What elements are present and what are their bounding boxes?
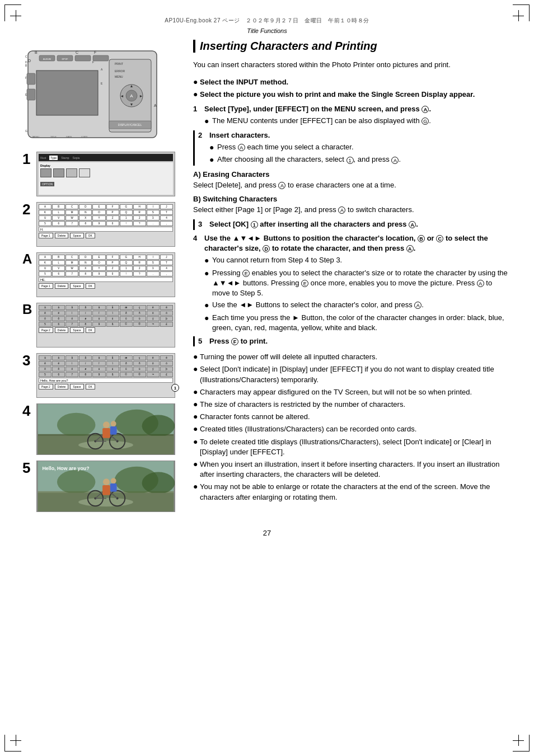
sub-dot-4b: ● <box>204 268 212 279</box>
step-4-content: Use the ▲▼◄► Buttons to position the cha… <box>204 233 512 334</box>
svg-text:►: ► <box>139 94 143 98</box>
step-1-sub1: ● The MENU contents under [EFFECT] can b… <box>204 116 512 127</box>
svg-rect-79 <box>110 483 117 492</box>
step-1-label: 1 <box>193 104 204 127</box>
step-4-sub4: ● Each time you press the ► Button, the … <box>204 313 512 333</box>
step-5-number: 5 <box>22 461 34 475</box>
step-1-image: Illust Type Stamp Sepia Display <box>36 152 175 196</box>
btext7: To delete created title displays (Illust… <box>200 437 512 457</box>
sub-dot-1: ● <box>209 142 217 153</box>
ci-a1: A <box>238 144 245 151</box>
bottom-bullets-section: ● Turning the power off will delete all … <box>193 352 512 502</box>
step-4-image <box>36 403 175 455</box>
erasing-title: A) Erasing Characters <box>193 170 512 179</box>
svg-text:ERROR: ERROR <box>115 69 125 73</box>
svg-text:MENU: MENU <box>115 75 123 78</box>
page-number: 27 <box>22 529 512 537</box>
step-2-text: Insert characters. <box>209 131 270 139</box>
step-2-image: A B C D E F G H I J K L M <box>36 202 175 247</box>
sub-dot-2: ● <box>209 154 217 166</box>
sub-dot-4d: ● <box>204 313 212 324</box>
svg-text:F: F <box>25 76 27 79</box>
btext3: Characters may appear disfigured on the … <box>200 387 472 397</box>
svg-text:D: D <box>28 59 31 63</box>
step-1-text: Select [Type], under [EFFECT] on the MEN… <box>204 105 431 113</box>
svg-text:DISPLAY/CANCEL: DISPLAY/CANCEL <box>118 123 142 126</box>
bdot3: ● <box>193 387 200 397</box>
sub-dot: ● <box>204 116 212 127</box>
sub-text-1: Press A each time you select a character… <box>217 142 354 152</box>
ci-D: D <box>263 245 270 252</box>
svg-rect-60 <box>110 426 117 435</box>
bullet-dot: ● <box>193 77 200 87</box>
step-1-content: Select [Type], under [EFFECT] on the MEN… <box>204 104 512 127</box>
cross-br <box>513 735 524 746</box>
bdot6: ● <box>193 424 200 434</box>
sub-dot-4c: ● <box>204 300 212 311</box>
step-4-photo <box>37 404 175 454</box>
device-diagram: ALBUM DPOF PRINT ERROR MENU A ▲ ▼ ◄ ► <box>22 40 179 143</box>
ci-1b: 1 <box>251 221 258 228</box>
circle-G: G <box>421 118 429 125</box>
svg-text:Hello, How are you?: Hello, How are you? <box>43 466 90 471</box>
step-3-image: à á â ã ä å æ ç è é ê ë ì <box>36 353 175 398</box>
svg-rect-1 <box>36 71 98 115</box>
step-3-label: 3 <box>198 219 209 229</box>
right-column: Inserting Characters and Printing You ca… <box>193 40 512 518</box>
numbered-step-1: 1 Select [Type], under [EFFECT] on the M… <box>193 104 512 127</box>
svg-text:PRINT: PRINT <box>115 62 123 65</box>
svg-text:C: C <box>76 50 78 54</box>
ci-a2: A <box>391 157 399 164</box>
ci-a3: A <box>278 182 285 189</box>
step-1-wrapper: 1 Illust Type Stamp Sepia Display <box>22 152 182 196</box>
step-2-label: 2 <box>198 130 209 140</box>
btext9: You may not be able to enlarge or rotate… <box>200 482 512 502</box>
cross-bl <box>10 735 21 746</box>
sub-text: The MENU contents under [EFFECT] can be … <box>212 116 431 126</box>
numbered-step-5: 5 Press F to print. <box>198 336 512 346</box>
ci-E1: E <box>242 270 250 277</box>
step-4-number: 4 <box>22 403 34 418</box>
svg-text:G: G <box>25 129 27 133</box>
step-2-sub2: ● After choosing all the characters, sel… <box>209 154 512 166</box>
step-4-text: Use the ▲▼◄► Buttons to position the cha… <box>204 234 488 252</box>
bdot2: ● <box>193 364 200 374</box>
ci-E2: E <box>301 280 308 287</box>
svg-text:◄: ◄ <box>120 94 124 98</box>
ci-a5: A <box>409 221 416 228</box>
step-2-number: 2 <box>22 202 34 217</box>
bottom-bullet-2: ● Select [Don't indicate] in [Display] u… <box>193 364 512 384</box>
top-bullets: ● Select the INPUT method. ● Select the … <box>193 77 512 100</box>
page-container: AP10U-Eng.book 27 ページ ２０２年９月２７日 金曜日 午前１０… <box>0 0 534 756</box>
numbered-step-3: 3 Select [OK] 1 after inserting all the … <box>198 219 512 229</box>
ci-a4: A <box>338 206 345 214</box>
svg-text:A: A <box>154 104 157 107</box>
svg-text:F: F <box>94 50 96 54</box>
svg-point-46 <box>57 413 95 437</box>
step-5-wrapper: 5 <box>22 461 182 512</box>
svg-text:COPY: COPY <box>81 135 88 138</box>
svg-rect-22 <box>27 89 35 100</box>
switching-text: Select either [Page 1] or [Page 2], and … <box>193 205 512 215</box>
svg-rect-77 <box>102 485 110 495</box>
svg-text:▲: ▲ <box>130 84 134 88</box>
svg-rect-5 <box>75 55 91 61</box>
bottom-bullet-5: ● Character fonts cannot be altered. <box>193 412 512 422</box>
step-A-label: A <box>22 252 34 266</box>
cross-tl <box>10 10 21 21</box>
step-5-text: Press F to print. <box>209 337 268 345</box>
svg-text:TITLE: TITLE <box>50 135 57 138</box>
bullet-dot-2: ● <box>193 90 200 99</box>
step-4-wrapper: 4 <box>22 403 182 455</box>
bottom-bullet-4: ● The size of characters is restricted b… <box>193 400 512 410</box>
circled-1: 1 <box>171 384 179 392</box>
step-5-label: 5 <box>198 336 209 346</box>
svg-text:B: B <box>25 64 27 67</box>
device-svg: ALBUM DPOF PRINT ERROR MENU A ▲ ▼ ◄ ► <box>22 40 179 143</box>
ci-B: B <box>418 235 425 242</box>
bullet-single-screen: ● Select the picture you wish to print a… <box>193 90 512 100</box>
svg-text:DATE: DATE <box>66 135 72 138</box>
step-5-content: Press F to print. <box>209 336 512 346</box>
step-3-wrapper: 3 à á â ã ä å æ ç è é <box>22 353 182 398</box>
intro-text: You can insert characters stored within … <box>193 59 512 71</box>
